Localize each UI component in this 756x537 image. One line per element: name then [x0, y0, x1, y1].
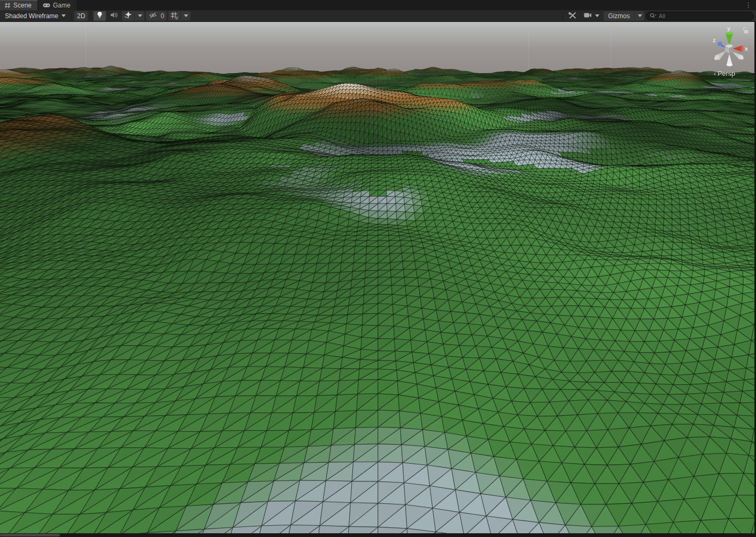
effects-dropdown-button[interactable] — [134, 11, 144, 21]
window-menu-kebab-icon[interactable]: ⋮ — [745, 1, 752, 10]
search-icon — [650, 11, 657, 21]
gamepad-icon — [43, 3, 50, 8]
draw-mode-dropdown[interactable]: Shaded Wireframe — [2, 11, 68, 21]
tab-game[interactable]: Game — [38, 0, 76, 10]
effects-group — [122, 11, 144, 21]
camera-icon — [584, 12, 592, 20]
terrain-wireframe-canvas[interactable] — [0, 22, 756, 537]
axis-z-cone[interactable] — [716, 41, 726, 48]
chevron-down-icon — [184, 14, 188, 17]
tab-scene-label: Scene — [13, 2, 32, 9]
scene-search-field[interactable] — [646, 12, 754, 20]
audio-toggle-button[interactable] — [107, 11, 120, 21]
grid-dropdown-button[interactable] — [180, 11, 190, 21]
scene-view-toolbar: Shaded Wireframe 2D — [0, 10, 756, 22]
gizmos-group: Gizmos — [604, 11, 644, 21]
2d-label: 2D — [77, 12, 85, 20]
axis-y-cone[interactable] — [726, 32, 733, 45]
toolbar-separator — [562, 12, 563, 20]
lightbulb-icon — [96, 11, 103, 20]
effects-toggle-button[interactable] — [122, 11, 134, 21]
eye-slash-icon — [149, 12, 157, 20]
toolbar-separator — [71, 12, 72, 20]
editor-tab-bar: Scene Game ⋮ — [0, 0, 756, 10]
chevron-down-icon — [638, 14, 642, 17]
scene-visibility-button[interactable]: 0 — [146, 11, 167, 21]
chevron-down-icon — [61, 14, 66, 17]
chevron-down-icon — [138, 14, 142, 17]
effects-star-icon — [124, 11, 132, 21]
axis-z-label: z — [713, 37, 716, 43]
scene-viewport[interactable]: y z x ‹Persp — [0, 22, 756, 537]
gizmos-button[interactable]: Gizmos — [604, 11, 634, 21]
axis-y-label: y — [727, 25, 731, 32]
draw-mode-label: Shaded Wireframe — [5, 12, 58, 20]
grid-visibility-button[interactable]: y — [168, 11, 180, 21]
persp-text: Persp — [718, 70, 735, 77]
tab-scene[interactable]: Scene — [0, 0, 37, 10]
bottom-scrollbar-thumb[interactable] — [0, 534, 60, 536]
projection-mode-label[interactable]: ‹Persp — [706, 70, 743, 77]
chevron-left-icon: ‹ — [714, 70, 716, 77]
bottom-scrollbar-track[interactable] — [0, 533, 756, 537]
hidden-object-count: 0 — [160, 12, 164, 20]
tab-game-label: Game — [53, 2, 71, 9]
grid-axis-label: y — [176, 15, 178, 20]
axis-x-label: x — [745, 45, 749, 52]
scene-grid-icon — [4, 2, 11, 9]
wrench-screwdriver-icon — [568, 11, 577, 21]
component-tools-button[interactable] — [566, 11, 580, 21]
scene-camera-button[interactable] — [581, 11, 602, 21]
2d-toggle-button[interactable]: 2D — [74, 11, 88, 21]
orientation-gizmo[interactable]: y z x — [706, 24, 751, 69]
gizmos-label: Gizmos — [608, 12, 630, 20]
toolbar-separator — [90, 12, 91, 20]
search-input[interactable] — [659, 13, 750, 19]
lighting-toggle-button[interactable] — [94, 11, 106, 21]
speaker-icon — [110, 12, 118, 20]
chevron-down-icon — [595, 14, 599, 17]
gizmos-dropdown-button[interactable] — [634, 11, 644, 21]
axis-x-cone[interactable] — [732, 45, 744, 52]
grid-group: y — [168, 11, 190, 21]
